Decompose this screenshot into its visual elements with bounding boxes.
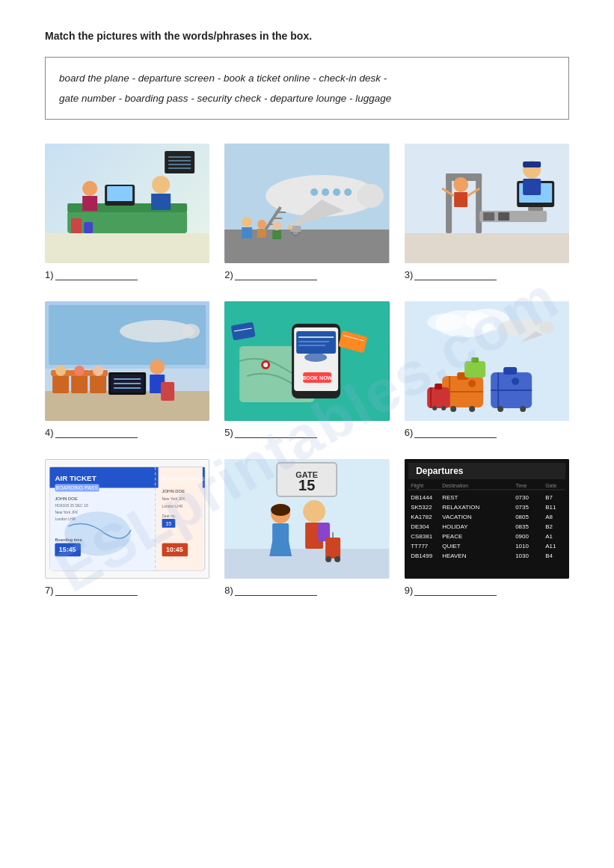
svg-rect-118 [464, 361, 485, 378]
cell-9: Departures Flight Destination Time Gate … [405, 459, 569, 596]
label-8: 8) [224, 585, 389, 596]
svg-point-23 [344, 188, 351, 196]
svg-marker-165 [269, 541, 292, 556]
svg-point-70 [93, 366, 103, 376]
svg-text:London LHR: London LHR [55, 517, 76, 521]
label-3: 3) [405, 269, 569, 280]
svg-rect-50 [523, 179, 541, 195]
svg-text:0735: 0735 [515, 504, 529, 511]
svg-text:London LHR: London LHR [162, 505, 183, 508]
image-7: AIR TICKET BOARDING PASS JOHN DOE HGK915… [45, 459, 209, 579]
svg-text:0900: 0900 [515, 533, 529, 540]
image-5: BOOK NOW [224, 301, 389, 421]
image-1 [45, 144, 209, 263]
svg-point-121 [469, 406, 475, 412]
svg-rect-32 [257, 229, 266, 238]
answer-line-8 [235, 585, 317, 596]
svg-point-93 [304, 353, 327, 362]
svg-rect-30 [242, 227, 252, 238]
svg-point-6 [82, 181, 97, 196]
svg-point-19 [357, 184, 384, 208]
cell-2: 2) [224, 144, 389, 280]
label-num-9: 9) [405, 585, 414, 596]
svg-text:HEAVEN: HEAVEN [442, 552, 467, 559]
label-num-8: 8) [224, 585, 233, 596]
answer-line-6 [414, 428, 497, 438]
wordbox-line1: board the plane - departure screen - boo… [59, 68, 555, 88]
svg-rect-155 [224, 549, 389, 579]
svg-rect-61 [45, 391, 209, 421]
svg-text:New York JFK: New York JFK [55, 511, 79, 514]
svg-point-103 [539, 321, 554, 333]
svg-point-31 [257, 220, 266, 229]
answer-line-4 [55, 428, 138, 438]
wordbox-line2: gate number - boarding pass - security c… [59, 88, 555, 108]
cell-3: 3) [405, 144, 569, 280]
image-9: Departures Flight Destination Time Gate … [405, 459, 569, 579]
svg-point-123 [520, 406, 526, 412]
svg-text:Gate: Gate [545, 483, 556, 488]
svg-text:15:45: 15:45 [59, 546, 76, 553]
svg-point-71 [150, 360, 165, 375]
label-4: 4) [45, 427, 209, 438]
cell-8: GATE 15 [224, 459, 389, 596]
svg-point-22 [333, 188, 340, 196]
svg-rect-8 [71, 218, 82, 233]
image-4 [45, 301, 209, 421]
svg-point-125 [441, 406, 446, 410]
svg-text:B7: B7 [545, 494, 553, 501]
svg-rect-41 [476, 173, 482, 233]
cell-4: 4) [45, 301, 209, 438]
svg-rect-87 [296, 331, 336, 354]
label-9: 9) [405, 585, 569, 596]
label-1: 1) [45, 269, 209, 280]
svg-text:15: 15 [298, 477, 315, 493]
picture-grid: 1) [45, 144, 569, 596]
svg-point-33 [272, 221, 281, 230]
svg-point-20 [310, 188, 318, 196]
svg-rect-159 [325, 538, 340, 558]
svg-text:Destination: Destination [442, 483, 468, 488]
cell-7: AIR TICKET BOARDING PASS JOHN DOE HGK915… [45, 459, 209, 596]
svg-point-69 [74, 366, 85, 376]
svg-text:B11: B11 [545, 504, 556, 511]
svg-text:JOHN DOE: JOHN DOE [55, 496, 78, 501]
svg-text:CS8381: CS8381 [411, 533, 432, 540]
label-2: 2) [224, 269, 389, 280]
svg-text:DE304: DE304 [411, 523, 429, 530]
svg-text:DB1499: DB1499 [411, 552, 432, 559]
svg-text:0805: 0805 [515, 514, 529, 520]
svg-text:HOLIDAY: HOLIDAY [442, 523, 468, 530]
svg-rect-10 [165, 151, 194, 173]
svg-rect-48 [528, 207, 543, 211]
svg-text:Boarding time: Boarding time [55, 538, 82, 542]
svg-point-60 [182, 324, 200, 339]
svg-text:VACATION: VACATION [442, 514, 472, 520]
svg-text:B4: B4 [545, 552, 553, 559]
svg-text:BOARDING PASS: BOARDING PASS [55, 485, 98, 490]
svg-text:AIR TICKET: AIR TICKET [55, 474, 96, 482]
image-8: GATE 15 [224, 459, 389, 579]
svg-text:Flight: Flight [411, 483, 423, 489]
label-num-5: 5) [224, 427, 233, 438]
svg-text:TT777: TT777 [411, 543, 429, 550]
svg-rect-40 [446, 173, 452, 233]
svg-text:A11: A11 [545, 543, 556, 550]
svg-text:Time: Time [515, 483, 526, 488]
svg-text:Seat no.: Seat no. [162, 514, 176, 518]
svg-rect-7 [82, 196, 97, 211]
svg-text:PEACE: PEACE [442, 533, 462, 540]
svg-text:10:45: 10:45 [166, 546, 183, 553]
label-num-3: 3) [405, 269, 414, 280]
svg-rect-45 [498, 212, 509, 221]
svg-rect-39 [405, 233, 569, 263]
svg-point-37 [288, 225, 292, 230]
cell-5: BOOK NOW 5) [224, 301, 389, 438]
svg-point-124 [432, 406, 437, 410]
svg-rect-114 [503, 367, 517, 375]
label-num-1: 1) [45, 269, 54, 280]
cell-1: 1) [45, 144, 209, 280]
svg-text:QUIET: QUIET [442, 543, 461, 550]
svg-rect-44 [483, 212, 494, 221]
svg-rect-5 [151, 194, 171, 210]
